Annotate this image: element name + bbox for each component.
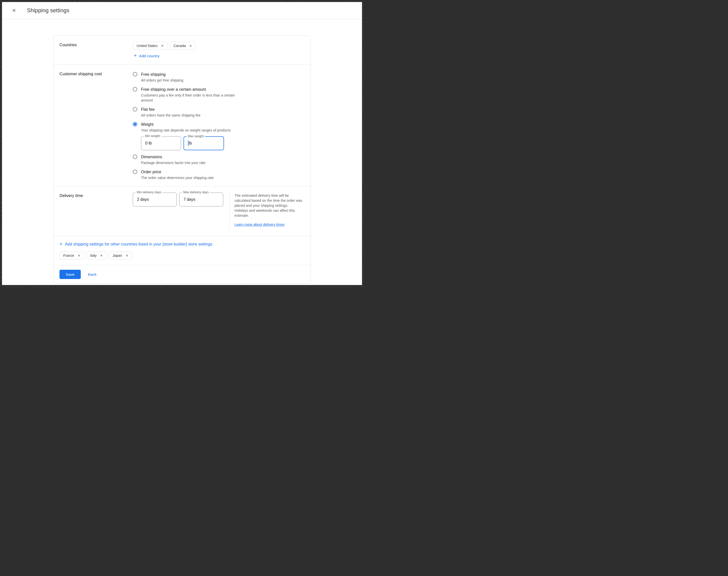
- learn-more-link[interactable]: Learn more about delivery times: [234, 223, 285, 227]
- radio-free-shipping-over-amount[interactable]: [133, 87, 137, 91]
- shipping-settings-dialog: ✕ Shipping settings Countries United Sta…: [2, 2, 362, 285]
- option-dimensions: Dimensions Package dimensions factor int…: [133, 154, 304, 165]
- dialog-header: ✕ Shipping settings: [2, 2, 362, 19]
- option-title: Weight: [141, 122, 231, 127]
- plus-icon: +: [134, 53, 137, 58]
- chip-label: France: [63, 254, 74, 258]
- chip-label: Japan: [113, 254, 122, 258]
- max-delivery-days-value: 7 days: [183, 197, 195, 202]
- chip-united-states[interactable]: United States ✕: [133, 42, 168, 50]
- option-title: Dimensions: [141, 154, 205, 160]
- add-country-label: Add country: [139, 54, 159, 58]
- radio-weight[interactable]: [133, 122, 137, 126]
- option-free-shipping: Free shipping All orders get free shippi…: [133, 72, 304, 83]
- chip-japan[interactable]: Japan ✕: [109, 252, 132, 259]
- save-button[interactable]: Save: [59, 270, 81, 279]
- countries-label: Countries: [59, 42, 133, 58]
- chip-label: United States: [137, 44, 157, 48]
- shipping-cost-label: Customer shipping cost: [59, 71, 133, 180]
- option-title: Order price: [141, 169, 214, 175]
- option-title: Free shipping over a certain amount: [141, 87, 238, 92]
- other-countries-chip-row: France ✕ Italy ✕ Japan ✕: [59, 252, 304, 259]
- chip-remove-icon[interactable]: ✕: [161, 44, 164, 48]
- min-weight-value: 0 lb: [145, 141, 152, 145]
- option-description: Package dimensions factor into your rate: [141, 160, 205, 165]
- option-free-shipping-over-amount: Free shipping over a certain amount Cust…: [133, 87, 304, 103]
- settings-card: Countries United States ✕ Canada ✕ + Ad: [53, 35, 311, 284]
- radio-flat-fee[interactable]: [133, 107, 137, 112]
- option-description: All orders have the same shipping fee: [141, 113, 201, 118]
- min-weight-field[interactable]: Min weight 0 lb: [141, 136, 181, 150]
- max-delivery-days-label: Max delivery days: [182, 191, 210, 194]
- shipping-cost-section: Customer shipping cost Free shipping All…: [54, 64, 311, 186]
- add-country-button[interactable]: + Add country: [134, 53, 159, 58]
- option-title: Flat fee: [141, 107, 201, 112]
- delivery-time-label: Delivery time: [59, 193, 133, 230]
- add-other-countries-link[interactable]: + Add shipping settings for other countr…: [59, 242, 212, 247]
- option-order-price: Order price The order value determines y…: [133, 169, 304, 180]
- min-delivery-days-field[interactable]: Min delivery days 2 days: [133, 193, 177, 206]
- option-title: Free shipping: [141, 72, 183, 77]
- option-flat-fee: Flat fee All orders have the same shippi…: [133, 107, 304, 118]
- max-weight-value: lb: [189, 141, 192, 145]
- max-weight-field-label: Max weight: [186, 135, 205, 138]
- radio-free-shipping[interactable]: [133, 72, 137, 77]
- countries-section: Countries United States ✕ Canada ✕ + Ad: [54, 36, 311, 64]
- option-description: Your shipping rate depends on weight ran…: [141, 128, 231, 133]
- weight-fields-row: Min weight 0 lb Max weight lb: [141, 136, 231, 150]
- close-icon[interactable]: ✕: [11, 7, 17, 13]
- page-title: Shipping settings: [27, 7, 69, 14]
- option-weight: Weight Your shipping rate depends on wei…: [133, 122, 304, 150]
- max-weight-field[interactable]: Max weight lb: [183, 136, 224, 150]
- max-delivery-days-field[interactable]: Max delivery days 7 days: [179, 193, 223, 206]
- vertical-divider: [229, 193, 230, 230]
- shipping-cost-options: Free shipping All orders get free shippi…: [133, 71, 304, 180]
- chip-label: Canada: [174, 44, 186, 48]
- min-weight-field-label: Min weight: [144, 134, 162, 138]
- chip-label: Italy: [90, 254, 96, 258]
- min-delivery-days-value: 2 days: [137, 197, 149, 202]
- countries-chip-row: United States ✕ Canada ✕: [133, 42, 304, 50]
- plus-icon: +: [59, 241, 62, 247]
- min-delivery-days-label: Min delivery days: [136, 191, 163, 194]
- add-other-countries-label: Add shipping settings for other countrie…: [65, 242, 212, 247]
- option-description: Customers pay a fee only if their order …: [141, 93, 238, 103]
- chip-remove-icon[interactable]: ✕: [78, 254, 81, 258]
- back-button[interactable]: Back: [88, 272, 96, 277]
- chip-remove-icon[interactable]: ✕: [125, 254, 128, 258]
- delivery-note-text: The estimated delivery time will be calc…: [234, 193, 302, 218]
- chip-remove-icon[interactable]: ✕: [100, 254, 103, 258]
- other-countries-section: + Add shipping settings for other countr…: [54, 236, 311, 265]
- chip-italy[interactable]: Italy ✕: [86, 252, 107, 259]
- chip-canada[interactable]: Canada ✕: [170, 42, 196, 50]
- delivery-fields-row: Min delivery days 2 days Max delivery da…: [133, 193, 223, 230]
- card-footer: Save Back: [54, 265, 311, 284]
- radio-dimensions[interactable]: [133, 154, 137, 159]
- option-description: All orders get free shipping: [141, 78, 183, 83]
- delivery-time-section: Delivery time Min delivery days 2 days M…: [54, 186, 311, 236]
- chip-france[interactable]: France ✕: [59, 252, 84, 259]
- text-caret: [188, 141, 188, 146]
- chip-remove-icon[interactable]: ✕: [189, 44, 192, 48]
- radio-order-price[interactable]: [133, 170, 137, 174]
- option-description: The order value determines your shipping…: [141, 175, 214, 180]
